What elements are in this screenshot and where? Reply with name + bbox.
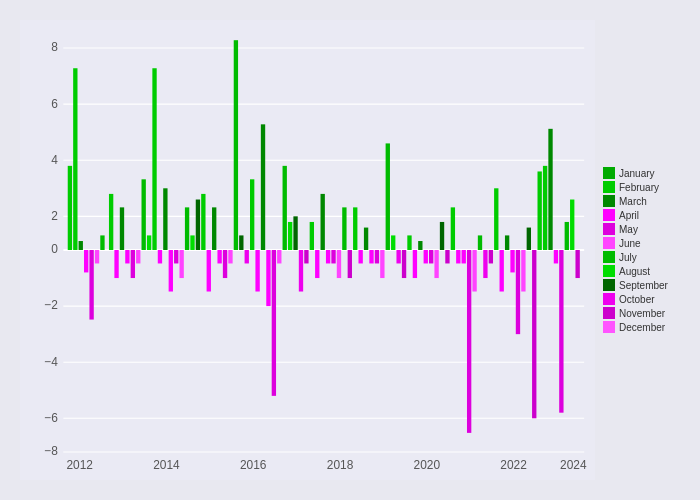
svg-rect-78 <box>353 207 357 250</box>
svg-rect-86 <box>396 250 400 263</box>
svg-rect-34 <box>114 250 118 278</box>
svg-rect-27 <box>73 68 77 250</box>
svg-rect-109 <box>521 250 525 292</box>
svg-rect-93 <box>434 250 438 278</box>
svg-text:−2: −2 <box>44 298 58 312</box>
svg-rect-95 <box>445 250 449 263</box>
svg-text:2020: 2020 <box>414 458 441 472</box>
svg-rect-118 <box>570 200 574 250</box>
svg-rect-102 <box>483 250 487 278</box>
svg-rect-113 <box>543 166 547 250</box>
legend-item-january: January <box>603 167 690 179</box>
svg-rect-29 <box>84 250 88 272</box>
svg-rect-94 <box>440 222 444 250</box>
legend-label-january: January <box>619 168 655 179</box>
svg-rect-100 <box>472 250 476 292</box>
legend-item-october: October <box>603 293 690 305</box>
svg-text:2024: 2024 <box>560 458 587 472</box>
svg-rect-107 <box>510 250 514 272</box>
svg-rect-53 <box>217 250 221 263</box>
legend-item-february: February <box>603 181 690 193</box>
svg-text:−4: −4 <box>44 354 58 368</box>
svg-rect-60 <box>255 250 259 292</box>
svg-rect-41 <box>152 68 156 250</box>
svg-rect-35 <box>120 207 124 250</box>
svg-rect-106 <box>505 235 509 250</box>
legend-color-march <box>603 195 615 207</box>
svg-rect-40 <box>147 235 151 250</box>
svg-text:0: 0 <box>51 242 58 256</box>
svg-text:4: 4 <box>51 152 58 166</box>
svg-rect-68 <box>299 250 303 292</box>
svg-rect-103 <box>489 250 493 263</box>
svg-rect-47 <box>185 207 189 250</box>
svg-rect-51 <box>207 250 211 292</box>
svg-rect-105 <box>500 250 504 292</box>
svg-rect-38 <box>136 250 140 263</box>
legend-label-march: March <box>619 196 647 207</box>
svg-rect-83 <box>380 250 384 278</box>
svg-text:6: 6 <box>51 96 58 110</box>
legend-color-september <box>603 279 615 291</box>
svg-rect-84 <box>386 143 390 250</box>
svg-rect-61 <box>261 124 265 250</box>
svg-rect-85 <box>391 235 395 250</box>
svg-rect-110 <box>527 228 531 250</box>
svg-rect-56 <box>234 40 238 250</box>
svg-rect-44 <box>169 250 173 292</box>
svg-rect-28 <box>79 241 83 250</box>
legend-color-may <box>603 223 615 235</box>
svg-rect-116 <box>559 250 563 413</box>
svg-rect-119 <box>575 250 579 278</box>
svg-rect-82 <box>375 250 379 263</box>
svg-rect-92 <box>429 250 433 263</box>
svg-rect-72 <box>321 194 325 250</box>
svg-rect-37 <box>131 250 135 278</box>
legend-label-november: November <box>619 308 665 319</box>
svg-rect-30 <box>89 250 93 320</box>
svg-rect-77 <box>348 250 352 278</box>
svg-rect-117 <box>565 222 569 250</box>
chart-area: 8 6 4 2 0 −2 −4 −6 −8 2012 2014 2016 201… <box>20 20 690 480</box>
svg-rect-62 <box>266 250 270 306</box>
legend-label-september: September <box>619 280 668 291</box>
svg-rect-73 <box>326 250 330 263</box>
svg-rect-115 <box>554 250 558 263</box>
svg-rect-75 <box>337 250 341 278</box>
legend-color-october <box>603 293 615 305</box>
legend-label-april: April <box>619 210 639 221</box>
chart-legend: January February March April May June <box>595 20 690 480</box>
svg-text:2012: 2012 <box>66 458 93 472</box>
svg-text:2018: 2018 <box>327 458 354 472</box>
svg-rect-54 <box>223 250 227 278</box>
svg-rect-67 <box>293 216 297 250</box>
legend-label-february: February <box>619 182 659 193</box>
svg-rect-114 <box>548 129 552 250</box>
legend-item-july: July <box>603 251 690 263</box>
svg-rect-71 <box>315 250 319 278</box>
svg-rect-97 <box>456 250 460 263</box>
svg-rect-112 <box>538 171 542 250</box>
svg-rect-57 <box>239 235 243 250</box>
svg-text:2014: 2014 <box>153 458 180 472</box>
svg-rect-101 <box>478 235 482 250</box>
legend-color-november <box>603 307 615 319</box>
chart-main: 8 6 4 2 0 −2 −4 −6 −8 2012 2014 2016 201… <box>20 20 595 480</box>
svg-rect-39 <box>142 179 146 250</box>
legend-color-june <box>603 237 615 249</box>
legend-item-december: December <box>603 321 690 333</box>
svg-rect-32 <box>100 235 104 250</box>
legend-item-june: June <box>603 237 690 249</box>
svg-rect-96 <box>451 207 455 250</box>
svg-rect-42 <box>158 250 162 263</box>
svg-rect-76 <box>342 207 346 250</box>
chart-svg: 8 6 4 2 0 −2 −4 −6 −8 2012 2014 2016 201… <box>20 20 595 480</box>
svg-rect-52 <box>212 207 216 250</box>
svg-rect-59 <box>250 179 254 250</box>
legend-color-august <box>603 265 615 277</box>
svg-rect-104 <box>494 188 498 250</box>
svg-rect-36 <box>125 250 129 263</box>
svg-rect-108 <box>516 250 520 334</box>
svg-rect-98 <box>462 250 466 263</box>
legend-color-february <box>603 181 615 193</box>
